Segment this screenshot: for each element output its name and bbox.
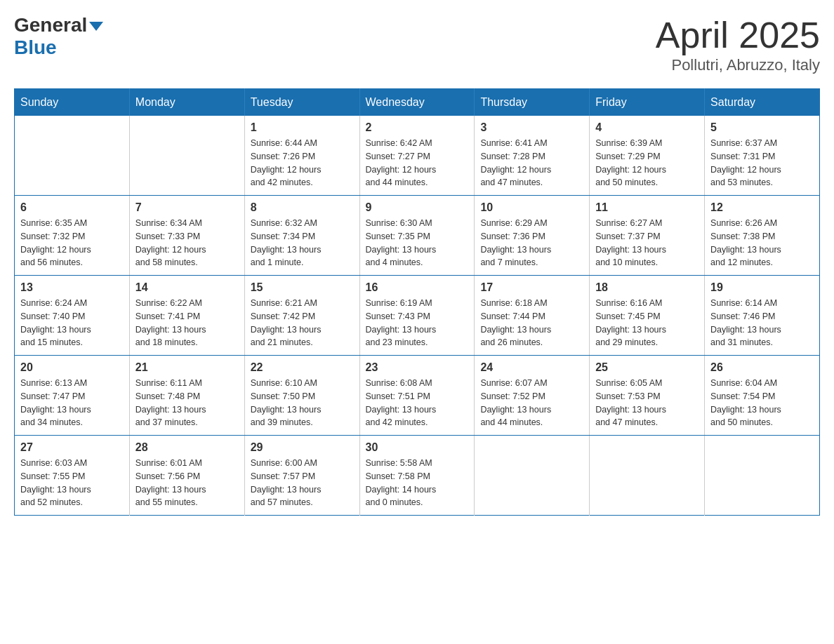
day-number: 28 (135, 441, 239, 454)
day-info: Sunrise: 6:39 AMSunset: 7:29 PMDaylight:… (595, 137, 699, 189)
calendar-cell: 18Sunrise: 6:16 AMSunset: 7:45 PMDayligh… (590, 276, 705, 356)
calendar-cell: 27Sunrise: 6:03 AMSunset: 7:55 PMDayligh… (15, 436, 130, 516)
day-number: 4 (595, 121, 699, 134)
day-number: 21 (135, 361, 239, 374)
calendar-cell: 2Sunrise: 6:42 AMSunset: 7:27 PMDaylight… (359, 116, 475, 196)
logo: General Blue (14, 14, 103, 58)
day-info: Sunrise: 6:19 AMSunset: 7:43 PMDaylight:… (366, 297, 469, 349)
day-number: 3 (480, 121, 583, 134)
day-number: 24 (480, 361, 583, 374)
days-header-row: SundayMondayTuesdayWednesdayThursdayFrid… (15, 89, 820, 116)
week-row-4: 20Sunrise: 6:13 AMSunset: 7:47 PMDayligh… (15, 356, 820, 436)
calendar-cell: 16Sunrise: 6:19 AMSunset: 7:43 PMDayligh… (359, 276, 475, 356)
calendar-cell: 25Sunrise: 6:05 AMSunset: 7:53 PMDayligh… (590, 356, 705, 436)
day-info: Sunrise: 6:27 AMSunset: 7:37 PMDaylight:… (595, 217, 699, 269)
week-row-2: 6Sunrise: 6:35 AMSunset: 7:32 PMDaylight… (15, 196, 820, 276)
calendar-cell: 17Sunrise: 6:18 AMSunset: 7:44 PMDayligh… (475, 276, 590, 356)
day-number: 30 (366, 441, 469, 454)
calendar-cell: 3Sunrise: 6:41 AMSunset: 7:28 PMDaylight… (475, 116, 590, 196)
day-of-week-header-sunday: Sunday (15, 89, 130, 116)
calendar-cell: 1Sunrise: 6:44 AMSunset: 7:26 PMDaylight… (244, 116, 359, 196)
calendar-cell: 13Sunrise: 6:24 AMSunset: 7:40 PMDayligh… (15, 276, 130, 356)
calendar-cell: 28Sunrise: 6:01 AMSunset: 7:56 PMDayligh… (129, 436, 244, 516)
day-info: Sunrise: 6:21 AMSunset: 7:42 PMDaylight:… (251, 297, 354, 349)
calendar-cell: 30Sunrise: 5:58 AMSunset: 7:58 PMDayligh… (359, 436, 475, 516)
day-info: Sunrise: 6:35 AMSunset: 7:32 PMDaylight:… (20, 217, 124, 269)
day-info: Sunrise: 6:16 AMSunset: 7:45 PMDaylight:… (595, 297, 699, 349)
day-number: 14 (135, 281, 239, 294)
logo-general-text: General (14, 14, 87, 36)
logo-blue-text: Blue (14, 38, 57, 58)
day-info: Sunrise: 6:42 AMSunset: 7:27 PMDaylight:… (366, 137, 469, 189)
day-number: 17 (480, 281, 583, 294)
day-info: Sunrise: 6:30 AMSunset: 7:35 PMDaylight:… (366, 217, 469, 269)
title-block: April 2025 Pollutri, Abruzzo, Italy (656, 14, 820, 74)
day-number: 11 (595, 201, 699, 214)
day-number: 29 (251, 441, 354, 454)
day-of-week-header-thursday: Thursday (475, 89, 590, 116)
calendar-cell (15, 116, 130, 196)
calendar-cell: 19Sunrise: 6:14 AMSunset: 7:46 PMDayligh… (705, 276, 820, 356)
day-info: Sunrise: 6:03 AMSunset: 7:55 PMDaylight:… (20, 457, 124, 509)
calendar-cell: 23Sunrise: 6:08 AMSunset: 7:51 PMDayligh… (359, 356, 475, 436)
week-row-1: 1Sunrise: 6:44 AMSunset: 7:26 PMDaylight… (15, 116, 820, 196)
day-info: Sunrise: 6:10 AMSunset: 7:50 PMDaylight:… (251, 377, 354, 429)
day-info: Sunrise: 6:11 AMSunset: 7:48 PMDaylight:… (135, 377, 239, 429)
day-info: Sunrise: 6:29 AMSunset: 7:36 PMDaylight:… (480, 217, 583, 269)
day-number: 26 (710, 361, 814, 374)
calendar-cell: 21Sunrise: 6:11 AMSunset: 7:48 PMDayligh… (129, 356, 244, 436)
calendar-cell: 26Sunrise: 6:04 AMSunset: 7:54 PMDayligh… (705, 356, 820, 436)
day-number: 10 (480, 201, 583, 214)
day-number: 9 (366, 201, 469, 214)
day-number: 16 (366, 281, 469, 294)
day-number: 1 (251, 121, 354, 134)
calendar-table: SundayMondayTuesdayWednesdayThursdayFrid… (14, 88, 820, 516)
day-number: 18 (595, 281, 699, 294)
day-number: 22 (251, 361, 354, 374)
day-info: Sunrise: 6:44 AMSunset: 7:26 PMDaylight:… (251, 137, 354, 189)
day-info: Sunrise: 6:08 AMSunset: 7:51 PMDaylight:… (366, 377, 469, 429)
day-info: Sunrise: 6:05 AMSunset: 7:53 PMDaylight:… (595, 377, 699, 429)
calendar-cell: 24Sunrise: 6:07 AMSunset: 7:52 PMDayligh… (475, 356, 590, 436)
day-info: Sunrise: 6:34 AMSunset: 7:33 PMDaylight:… (135, 217, 239, 269)
calendar-cell: 9Sunrise: 6:30 AMSunset: 7:35 PMDaylight… (359, 196, 475, 276)
calendar-cell: 5Sunrise: 6:37 AMSunset: 7:31 PMDaylight… (705, 116, 820, 196)
day-number: 25 (595, 361, 699, 374)
calendar-cell (590, 436, 705, 516)
day-number: 8 (251, 201, 354, 214)
day-of-week-header-friday: Friday (590, 89, 705, 116)
day-number: 7 (135, 201, 239, 214)
day-info: Sunrise: 6:24 AMSunset: 7:40 PMDaylight:… (20, 297, 124, 349)
calendar-cell: 11Sunrise: 6:27 AMSunset: 7:37 PMDayligh… (590, 196, 705, 276)
calendar-cell: 29Sunrise: 6:00 AMSunset: 7:57 PMDayligh… (244, 436, 359, 516)
calendar-cell: 14Sunrise: 6:22 AMSunset: 7:41 PMDayligh… (129, 276, 244, 356)
week-row-3: 13Sunrise: 6:24 AMSunset: 7:40 PMDayligh… (15, 276, 820, 356)
calendar-cell: 6Sunrise: 6:35 AMSunset: 7:32 PMDaylight… (15, 196, 130, 276)
calendar-cell: 20Sunrise: 6:13 AMSunset: 7:47 PMDayligh… (15, 356, 130, 436)
calendar-title: April 2025 (656, 14, 820, 56)
calendar-cell: 7Sunrise: 6:34 AMSunset: 7:33 PMDaylight… (129, 196, 244, 276)
week-row-5: 27Sunrise: 6:03 AMSunset: 7:55 PMDayligh… (15, 436, 820, 516)
calendar-cell: 22Sunrise: 6:10 AMSunset: 7:50 PMDayligh… (244, 356, 359, 436)
day-info: Sunrise: 6:04 AMSunset: 7:54 PMDaylight:… (710, 377, 814, 429)
calendar-cell: 15Sunrise: 6:21 AMSunset: 7:42 PMDayligh… (244, 276, 359, 356)
day-of-week-header-wednesday: Wednesday (359, 89, 475, 116)
day-info: Sunrise: 6:07 AMSunset: 7:52 PMDaylight:… (480, 377, 583, 429)
day-number: 27 (20, 441, 124, 454)
logo-triangle-icon (89, 22, 103, 31)
page-header: General Blue April 2025 Pollutri, Abruzz… (14, 14, 820, 74)
calendar-cell: 8Sunrise: 6:32 AMSunset: 7:34 PMDaylight… (244, 196, 359, 276)
day-of-week-header-monday: Monday (129, 89, 244, 116)
day-info: Sunrise: 6:13 AMSunset: 7:47 PMDaylight:… (20, 377, 124, 429)
day-info: Sunrise: 6:26 AMSunset: 7:38 PMDaylight:… (710, 217, 814, 269)
day-info: Sunrise: 6:41 AMSunset: 7:28 PMDaylight:… (480, 137, 583, 189)
day-number: 15 (251, 281, 354, 294)
day-info: Sunrise: 5:58 AMSunset: 7:58 PMDaylight:… (366, 457, 469, 509)
day-number: 12 (710, 201, 814, 214)
day-number: 19 (710, 281, 814, 294)
calendar-cell (129, 116, 244, 196)
day-info: Sunrise: 6:14 AMSunset: 7:46 PMDaylight:… (710, 297, 814, 349)
day-number: 13 (20, 281, 124, 294)
day-info: Sunrise: 6:01 AMSunset: 7:56 PMDaylight:… (135, 457, 239, 509)
day-number: 20 (20, 361, 124, 374)
